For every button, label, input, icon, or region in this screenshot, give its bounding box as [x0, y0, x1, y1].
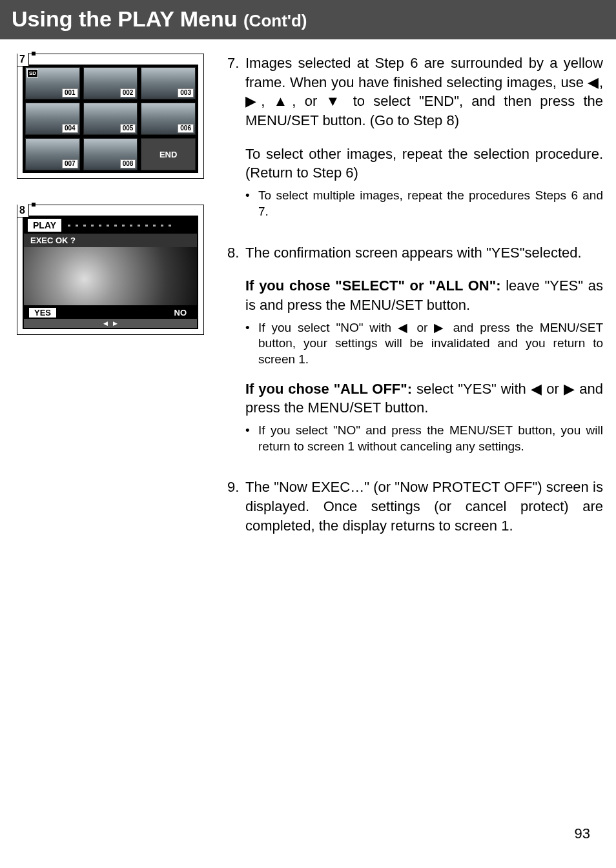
thumb-label: 002	[120, 88, 136, 97]
page-title-main: Using the PLAY Menu	[12, 6, 243, 31]
page-number: 93	[575, 825, 590, 842]
step-9: 9. The "Now EXEC…" (or "Now PROTECT OFF"…	[227, 478, 603, 549]
nav-right-icon: ▶	[113, 320, 118, 327]
step-7-p1: Images selected at Step 6 are surrounded…	[245, 54, 603, 130]
thumb-label: 008	[120, 159, 136, 168]
thumb-label: 006	[178, 124, 194, 133]
bold-text: If you chose "SELECT" or "ALL ON":	[245, 278, 500, 294]
arrows: ◀ or ▶	[531, 381, 575, 397]
bullet-text: To select multiple images, repeat the pr…	[258, 188, 603, 219]
left-column: 7 SD001 002 003 004 005 006 007 008 END …	[17, 54, 204, 566]
step-8-p3: If you chose "ALL OFF": select "YES" wit…	[245, 379, 603, 418]
right-column: 7. Images selected at Step 6 are surroun…	[227, 54, 603, 566]
bullet-text: If you select "NO" with ◀ or ▶ and press…	[258, 320, 603, 368]
thumb-006: 006	[141, 103, 196, 135]
figure-8: 8 PLAY EXEC OK ? YES NO ◀ ▶	[17, 205, 204, 335]
step-8-num: 8.	[227, 243, 245, 461]
step-8-body: The confirmation screen appears with "YE…	[245, 243, 603, 461]
sd-icon: SD	[27, 69, 38, 77]
step-7: 7. Images selected at Step 6 are surroun…	[227, 54, 603, 227]
arrows: ◀ or ▶	[398, 321, 447, 334]
thumb-label: 001	[62, 88, 78, 97]
bold-text: If you chose "ALL OFF":	[245, 381, 412, 397]
thumb-end: END	[141, 138, 196, 170]
figure-7-grid: SD001 002 003 004 005 006 007 008 END	[23, 65, 198, 173]
step-list: 7. Images selected at Step 6 are surroun…	[227, 54, 603, 549]
step-9-p1: The "Now EXEC…" (or "Now PROTECT OFF") s…	[245, 478, 603, 535]
exec-prompt: EXEC OK ?	[24, 234, 197, 247]
nav-bar: ◀ ▶	[24, 319, 197, 328]
text: select "YES" with	[412, 381, 531, 397]
thumb-003: 003	[141, 67, 196, 99]
content: 7 SD001 002 003 004 005 006 007 008 END …	[0, 39, 616, 566]
text: Images selected at Step 6 are surrounded…	[245, 55, 603, 90]
bullet-dot: •	[245, 320, 258, 368]
play-tab: PLAY	[28, 219, 61, 232]
text: If you select "NO" with	[258, 321, 398, 334]
step-8-bullet-2: •If you select "NO" and press the MENU/S…	[245, 423, 603, 454]
option-no: NO	[169, 308, 192, 318]
step-7-bullet-1: •To select multiple images, repeat the p…	[245, 188, 603, 219]
step-8-p2: If you chose "SELECT" or "ALL ON": leave…	[245, 276, 603, 314]
thumb-label: 005	[120, 124, 136, 133]
figure-7-label: 7	[17, 53, 29, 66]
step-9-body: The "Now EXEC…" (or "Now PROTECT OFF") s…	[245, 478, 603, 549]
step-7-p2: To select other images, repeat the selec…	[245, 145, 603, 183]
step-8-bullet-1: •If you select "NO" with ◀ or ▶ and pres…	[245, 320, 603, 368]
figure-8-screen: PLAY EXEC OK ? YES NO ◀ ▶	[23, 216, 198, 329]
figure-8-label: 8	[17, 204, 29, 217]
play-tab-row: PLAY	[24, 217, 197, 234]
preview-area	[24, 247, 197, 305]
figure-7: 7 SD001 002 003 004 005 006 007 008 END	[17, 54, 204, 179]
thumb-label: 004	[62, 124, 78, 133]
step-7-body: Images selected at Step 6 are surrounded…	[245, 54, 603, 227]
thumb-002: 002	[83, 67, 138, 99]
thumb-004: 004	[25, 103, 80, 135]
step-8-p1: The confirmation screen appears with "YE…	[245, 243, 603, 263]
thumb-label: 003	[178, 88, 194, 97]
step-8: 8. The confirmation screen appears with …	[227, 243, 603, 461]
option-yes: YES	[29, 308, 56, 318]
thumb-label: 007	[62, 159, 78, 168]
thumb-007: 007	[25, 138, 80, 170]
step-7-num: 7.	[227, 54, 245, 227]
page-header: Using the PLAY Menu (Cont'd)	[0, 0, 616, 39]
bullet-dot: •	[245, 423, 258, 454]
bullet-text: If you select "NO" and press the MENU/SE…	[258, 423, 603, 454]
step-9-num: 9.	[227, 478, 245, 549]
nav-left-icon: ◀	[103, 320, 108, 327]
tab-dots	[68, 225, 171, 227]
yes-no-row: YES NO	[24, 305, 197, 319]
bullet-dot: •	[245, 188, 258, 219]
thumb-005: 005	[83, 103, 138, 135]
thumb-008: 008	[83, 138, 138, 170]
thumb-001: SD001	[25, 67, 80, 99]
page-title-sub: (Cont'd)	[243, 11, 307, 30]
